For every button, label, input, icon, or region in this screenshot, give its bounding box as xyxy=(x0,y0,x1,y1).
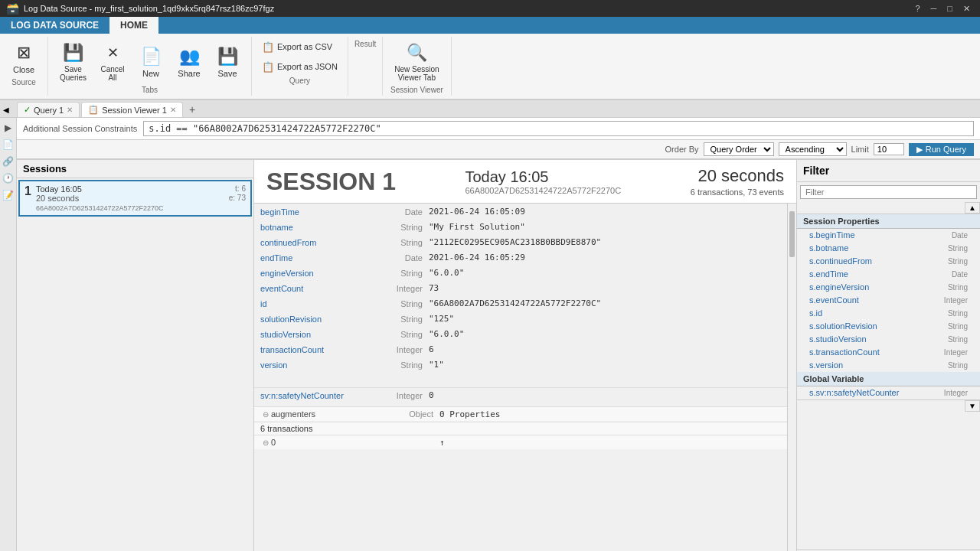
ribbon-home-tab[interactable]: HOME xyxy=(109,17,158,34)
tab-query1[interactable]: ✓ Query 1 ✕ xyxy=(17,102,80,117)
new-button[interactable]: 📄 New xyxy=(133,42,168,80)
limit-label: Limit xyxy=(851,145,869,154)
data-row-version: version String "1" xyxy=(254,357,787,373)
order-bar: Order By Query Order Ascending Descendin… xyxy=(17,140,980,159)
data-row-endTime: endTime Date 2021-06-24 16:05:29 xyxy=(254,250,787,266)
session-properties-label: Session Properties xyxy=(803,217,880,226)
filter-scroll-down-area: ▼ xyxy=(797,399,980,412)
close-icon: ⊠ xyxy=(11,41,36,65)
add-tab-button[interactable]: + xyxy=(185,102,200,117)
scrollbar-thumb[interactable] xyxy=(789,211,795,257)
augmenters-expand-icon[interactable]: ⊖ xyxy=(260,409,271,419)
save-label: Save xyxy=(217,69,237,78)
session-id: 66A8002A7D62531424722A5772F2270C xyxy=(36,204,246,212)
extra-expand-icon[interactable]: ⊖ xyxy=(260,437,271,448)
share-label: Share xyxy=(178,69,200,78)
filter-item-engineVersion[interactable]: s.engineVersion String xyxy=(797,281,980,294)
filter-item-continuedFrom[interactable]: s.continuedFrom String xyxy=(797,255,980,268)
filter-item-beginTime[interactable]: s.beginTime Date xyxy=(797,229,980,242)
session-event-count: e: 73 xyxy=(229,194,246,203)
ribbon-group-session-viewer: 🔍 New SessionViewer Tab Session Viewer xyxy=(383,37,451,96)
session-item[interactable]: 1 Today 16:05 t: 6 20 seconds e: 73 xyxy=(18,180,252,217)
run-query-button[interactable]: ▶ Run Query xyxy=(909,143,974,156)
maximize-button[interactable]: □ xyxy=(943,3,956,15)
ribbon-group-result: Result xyxy=(348,37,383,96)
save-queries-icon: 💾 xyxy=(61,41,86,65)
filter-item-eventCount[interactable]: s.eventCount Integer xyxy=(797,294,980,307)
run-label: Run Query xyxy=(926,145,966,154)
filter-panel: Filter ▲ Session Properties s.beginTime … xyxy=(796,160,980,551)
constraint-input[interactable] xyxy=(143,121,974,136)
close-button[interactable]: ⊠ Close xyxy=(6,38,41,77)
ribbon: LOG DATA SOURCE HOME ⊠ Close Source 💾 Sa… xyxy=(0,17,980,100)
constraint-bar: Additional Session Constraints xyxy=(17,118,980,140)
transactions-row: 6 transactions xyxy=(254,422,787,435)
order-by-select[interactable]: Query Order xyxy=(704,142,774,156)
session-detail: SESSION 1 Today 16:05 66A8002A7D62531424… xyxy=(254,160,796,551)
save-icon: 💾 xyxy=(215,44,240,69)
data-row-solutionRevision: solutionRevision String "125" xyxy=(254,311,787,327)
save-button[interactable]: 💾 Save xyxy=(210,42,245,80)
sidebar-icon-arrow[interactable]: ▶ xyxy=(2,121,15,135)
share-button[interactable]: 👥 Share xyxy=(172,42,207,80)
ribbon-content: ⊠ Close Source 💾 SaveQueries ✕ CancelAll… xyxy=(0,34,980,99)
ribbon-app-tab[interactable]: LOG DATA SOURCE xyxy=(0,17,109,34)
session-data-scrollbar[interactable] xyxy=(787,204,796,551)
sessions-list: 1 Today 16:05 t: 6 20 seconds e: 73 xyxy=(17,178,253,551)
export-csv-button[interactable]: 📋 Export as CSV xyxy=(258,38,341,55)
sidebar-icon-recent[interactable]: 🕐 xyxy=(2,171,15,185)
session-title: SESSION 1 xyxy=(266,168,396,196)
filter-section-global-variable: Global Variable xyxy=(797,372,980,386)
session-datetime: Today 16:05 xyxy=(465,168,621,186)
session-data: beginTime Date 2021-06-24 16:05:09 botna… xyxy=(254,204,787,551)
data-row-separator xyxy=(254,373,787,388)
close-label: Close xyxy=(13,65,34,74)
session-time: Today 16:05 xyxy=(36,184,82,194)
sidebar-icon-recent-queries[interactable]: 📝 xyxy=(2,188,15,202)
filter-tree: ▲ Session Properties s.beginTime Date s.… xyxy=(797,202,980,549)
tab-query1-close[interactable]: ✕ xyxy=(67,106,73,114)
new-session-viewer-tab-button[interactable]: 🔍 New SessionViewer Tab xyxy=(389,38,444,84)
filter-item-studioVersion[interactable]: s.studioVersion String xyxy=(797,333,980,346)
order-by-label: Order By xyxy=(665,145,699,154)
session-counts: t: 6 xyxy=(235,184,246,194)
sidebar-icon-shared-queries[interactable]: 🔗 xyxy=(2,155,15,168)
ribbon-group-tabs: 💾 SaveQueries ✕ CancelAll 📄 New 👥 Share … xyxy=(48,37,252,96)
tab-session-viewer1[interactable]: 📋 Session Viewer 1 ✕ xyxy=(81,102,183,117)
filter-scroll-down[interactable]: ▼ xyxy=(965,400,980,412)
sort-direction-select[interactable]: Ascending Descending xyxy=(779,142,847,156)
help-button[interactable]: ? xyxy=(911,3,923,15)
query-tab-bar: ◀ ✓ Query 1 ✕ 📋 Session Viewer 1 ✕ + xyxy=(0,100,980,118)
result-group-label: Result xyxy=(354,40,376,48)
filter-section-session-properties: Session Properties xyxy=(797,214,980,229)
session-detail-header: SESSION 1 Today 16:05 66A8002A7D62531424… xyxy=(254,160,796,204)
new-icon: 📄 xyxy=(139,44,163,69)
data-row-extra: ⊖ 0 ↑ xyxy=(254,435,787,450)
data-row-engineVersion: engineVersion String "6.0.0" xyxy=(254,266,787,281)
filter-scroll-up[interactable]: ▲ xyxy=(965,202,980,214)
filter-item-solutionRevision[interactable]: s.solutionRevision String xyxy=(797,320,980,333)
filter-item-botname[interactable]: s.botname String xyxy=(797,242,980,255)
sessions-header: Sessions xyxy=(17,160,253,178)
tab-session-viewer1-close[interactable]: ✕ xyxy=(170,106,176,114)
filter-item-safetyNetCounter[interactable]: s.sv:n:safetyNetCounter Integer xyxy=(797,386,980,399)
filter-search-input[interactable] xyxy=(800,185,977,199)
limit-input[interactable] xyxy=(874,143,904,155)
tab-scroll-left[interactable]: ◀ xyxy=(3,106,9,114)
filter-item-endTime[interactable]: s.endTime Date xyxy=(797,268,980,281)
session-text: Today 16:05 t: 6 20 seconds e: 73 66A800… xyxy=(36,184,246,212)
filter-item-version[interactable]: s.version String xyxy=(797,359,980,372)
filter-item-transactionCount[interactable]: s.transactionCount Integer xyxy=(797,346,980,359)
query-group-label: Query xyxy=(289,77,310,85)
session-duration: 20 seconds xyxy=(36,194,79,203)
cancel-all-button[interactable]: ✕ CancelAll xyxy=(95,38,130,84)
title-bar: 🗃️ Log Data Source - my_first_solution_1… xyxy=(0,0,980,17)
export-json-button[interactable]: 📋 Export as JSON xyxy=(258,58,341,75)
window-controls: ? ─ □ ✕ xyxy=(911,3,974,15)
close-button[interactable]: ✕ xyxy=(959,3,974,15)
minimize-button[interactable]: ─ xyxy=(927,3,941,15)
sidebar-icon-document[interactable]: 📄 xyxy=(2,138,15,152)
sessions-panel: Sessions 1 Today 16:05 t: 6 20 se xyxy=(17,160,254,551)
save-queries-button[interactable]: 💾 SaveQueries xyxy=(54,38,92,84)
filter-item-id[interactable]: s.id String xyxy=(797,307,980,320)
